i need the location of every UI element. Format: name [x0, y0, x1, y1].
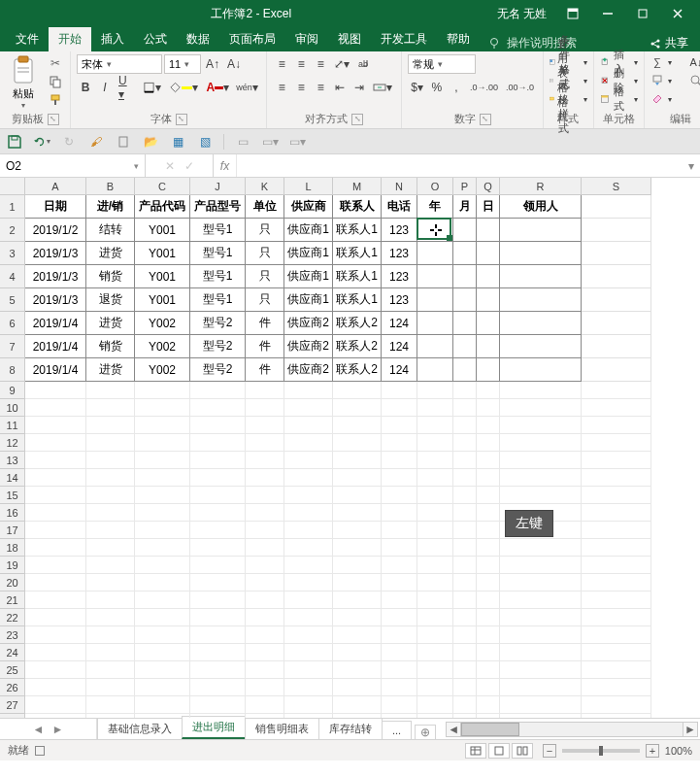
ribbon-tab-帮助[interactable]: 帮助	[437, 27, 480, 51]
empty-cell[interactable]	[190, 661, 246, 679]
data-cell[interactable]	[477, 312, 500, 335]
empty-cell[interactable]	[477, 539, 500, 557]
empty-cell[interactable]	[417, 417, 453, 434]
border-button[interactable]: ▾	[140, 78, 164, 97]
empty-cell[interactable]	[333, 557, 382, 574]
formula-bar-expand[interactable]: ▾	[683, 154, 700, 177]
row-header-9[interactable]: 9	[0, 382, 25, 399]
decrease-indent-button[interactable]: ⇤	[331, 78, 349, 97]
empty-cell[interactable]	[246, 714, 284, 718]
data-cell[interactable]: Y001	[135, 242, 190, 265]
sheet-tab-进出明细[interactable]: 进出明细	[182, 716, 246, 739]
qat-b[interactable]: ▭▾	[261, 133, 279, 151]
empty-cell[interactable]	[582, 487, 651, 504]
ribbon-tab-数据[interactable]: 数据	[177, 27, 219, 51]
empty-cell[interactable]	[582, 504, 651, 522]
empty-cell[interactable]	[382, 714, 417, 718]
empty-cell[interactable]	[382, 679, 417, 696]
row-header-28[interactable]: 28	[0, 714, 25, 718]
empty-cell[interactable]	[246, 452, 284, 469]
header-cell[interactable]: 领用人	[500, 195, 582, 219]
empty-cell[interactable]	[135, 696, 190, 714]
ribbon-tab-页面布局[interactable]: 页面布局	[219, 27, 285, 51]
data-cell[interactable]	[477, 242, 500, 265]
empty-cell[interactable]	[86, 399, 135, 417]
empty-cell[interactable]	[25, 714, 86, 718]
data-cell[interactable]: 供应商1	[284, 288, 333, 312]
format-painter-button[interactable]	[47, 92, 64, 108]
row-header-2[interactable]: 2	[0, 219, 25, 242]
clipboard-launcher[interactable]: ⤡	[48, 114, 59, 125]
empty-cell[interactable]	[284, 504, 333, 522]
phonetic-button[interactable]: wén▾	[234, 78, 260, 97]
normal-view-button[interactable]	[465, 743, 486, 759]
save-button[interactable]	[6, 133, 23, 151]
empty-cell[interactable]	[190, 591, 246, 609]
row-header-17[interactable]: 17	[0, 522, 25, 539]
empty-cell[interactable]	[382, 434, 417, 452]
cut-button[interactable]: ✂	[47, 55, 64, 71]
decrease-font-button[interactable]: A↓	[224, 54, 244, 74]
data-cell[interactable]: 供应商2	[284, 312, 333, 335]
data-cell[interactable]: 进货	[86, 312, 135, 335]
empty-cell[interactable]	[284, 522, 333, 539]
row-header-8[interactable]: 8	[0, 358, 25, 382]
col-header-L[interactable]: L	[284, 178, 333, 195]
new-sheet-button[interactable]: ⊕	[415, 725, 436, 739]
empty-cell[interactable]	[417, 557, 453, 574]
data-cell[interactable]: 型号1	[190, 288, 246, 312]
data-cell[interactable]: 型号1	[190, 265, 246, 288]
empty-cell[interactable]	[333, 522, 382, 539]
page-break-view-button[interactable]	[512, 743, 533, 759]
empty-cell[interactable]	[417, 714, 453, 718]
empty-cell[interactable]	[582, 714, 651, 718]
empty-cell[interactable]	[453, 644, 477, 661]
zoom-level[interactable]: 100%	[665, 745, 692, 757]
fill-color-button[interactable]: ▾	[166, 78, 201, 97]
row-header-5[interactable]: 5	[0, 288, 25, 312]
data-cell[interactable]	[477, 219, 500, 242]
empty-cell[interactable]	[582, 696, 651, 714]
data-cell[interactable]: 2019/1/4	[25, 335, 86, 358]
empty-cell[interactable]	[500, 452, 582, 469]
empty-cell[interactable]	[25, 591, 86, 609]
header-cell[interactable]: 产品型号	[190, 195, 246, 219]
empty-cell[interactable]	[190, 539, 246, 557]
row-header-7[interactable]: 7	[0, 335, 25, 358]
col-header-S[interactable]: S	[582, 178, 651, 195]
empty-cell[interactable]	[246, 487, 284, 504]
empty-cell[interactable]	[477, 696, 500, 714]
row-header-4[interactable]: 4	[0, 265, 25, 288]
data-cell[interactable]: 联系人2	[333, 358, 382, 382]
empty-cell[interactable]	[86, 679, 135, 696]
zoom-thumb[interactable]	[599, 746, 603, 756]
empty-cell[interactable]	[453, 574, 477, 591]
row-header-13[interactable]: 13	[0, 452, 25, 469]
page-layout-view-button[interactable]	[488, 743, 510, 759]
row-header-26[interactable]: 26	[0, 679, 25, 696]
increase-font-button[interactable]: A↑	[203, 54, 222, 74]
align-left-button[interactable]: ≡	[273, 78, 290, 97]
data-cell[interactable]: 2019/1/2	[25, 219, 86, 242]
data-cell[interactable]: 124	[382, 312, 417, 335]
empty-cell[interactable]	[25, 487, 86, 504]
empty-cell[interactable]	[86, 591, 135, 609]
empty-cell[interactable]	[284, 609, 333, 626]
empty-cell[interactable]	[25, 644, 86, 661]
empty-cell[interactable]	[86, 434, 135, 452]
data-cell[interactable]: Y001	[135, 265, 190, 288]
merge-button[interactable]: ▾	[370, 78, 395, 97]
empty-cell[interactable]	[500, 591, 582, 609]
empty-cell[interactable]	[246, 626, 284, 644]
data-cell[interactable]	[500, 312, 582, 335]
data-cell[interactable]	[417, 312, 453, 335]
data-cell[interactable]	[477, 358, 500, 382]
empty-cell[interactable]	[86, 382, 135, 399]
empty-cell[interactable]	[135, 487, 190, 504]
data-cell[interactable]	[500, 265, 582, 288]
empty-cell[interactable]	[417, 504, 453, 522]
empty-cell[interactable]	[190, 714, 246, 718]
ribbon-tab-开始[interactable]: 开始	[49, 27, 91, 51]
row-header-18[interactable]: 18	[0, 539, 25, 557]
empty-cell[interactable]	[500, 557, 582, 574]
